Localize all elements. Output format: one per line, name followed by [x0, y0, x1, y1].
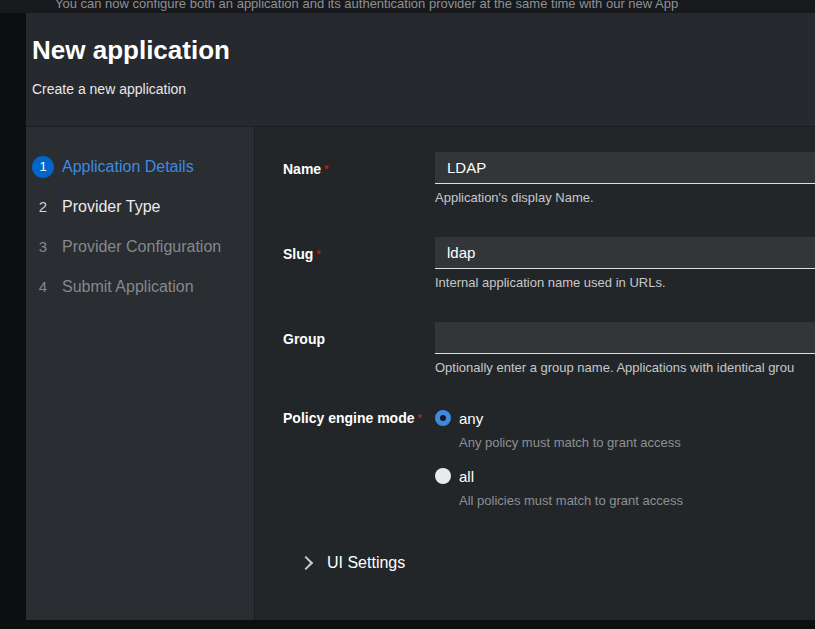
slug-input[interactable] [435, 237, 815, 269]
step-number-badge: 3 [32, 236, 54, 258]
group-field-row: Group Optionally enter a group name. App… [283, 322, 815, 376]
policy-engine-mode-label: Policy engine mode* [283, 407, 435, 427]
wizard-step-submit-application[interactable]: 4 Submit Application [26, 267, 254, 307]
wizard-step-provider-configuration[interactable]: 3 Provider Configuration [26, 227, 254, 267]
wizard-step-application-details[interactable]: 1 Application Details [26, 147, 254, 187]
wizard-step-provider-type[interactable]: 2 Provider Type [26, 187, 254, 227]
wizard-body: 1 Application Details 2 Provider Type 3 … [26, 127, 815, 620]
ui-settings-expander[interactable]: UI Settings [301, 551, 815, 575]
step-number-badge: 4 [32, 276, 54, 298]
name-field-row: Name* Application's display Name. [283, 152, 815, 206]
ui-settings-label: UI Settings [327, 554, 405, 572]
modal-header: New application Create a new application [26, 13, 815, 127]
policy-engine-mode-row: Policy engine mode* any Any policy must … [283, 407, 815, 523]
group-label: Group [283, 322, 435, 348]
wizard-nav: 1 Application Details 2 Provider Type 3 … [26, 127, 255, 620]
chevron-right-icon [299, 556, 313, 570]
name-label: Name* [283, 152, 435, 178]
step-label: Provider Type [62, 198, 160, 216]
new-application-modal: New application Create a new application… [26, 13, 815, 620]
radio-all[interactable] [435, 468, 451, 484]
group-input[interactable] [435, 322, 815, 354]
notification-banner: You can now configure both an applicatio… [0, 0, 815, 13]
name-input[interactable] [435, 152, 815, 184]
radio-all-label: all [459, 468, 474, 485]
step-label: Provider Configuration [62, 238, 221, 256]
slug-field-row: Slug* Internal application name used in … [283, 237, 815, 291]
step-label: Application Details [62, 158, 194, 176]
required-asterisk: * [324, 163, 328, 175]
radio-any[interactable] [435, 410, 451, 426]
policy-all-help-text: All policies must match to grant access [459, 493, 815, 509]
page-subtitle: Create a new application [32, 79, 815, 99]
slug-label: Slug* [283, 237, 435, 263]
policy-option-all[interactable]: all [435, 465, 815, 487]
application-details-form: Name* Application's display Name. Slug* … [255, 127, 815, 620]
step-label: Submit Application [62, 278, 194, 296]
policy-option-any[interactable]: any [435, 407, 815, 429]
banner-text: You can now configure both an applicatio… [0, 0, 815, 11]
required-asterisk: * [316, 248, 320, 260]
name-help-text: Application's display Name. [435, 190, 815, 206]
step-number-badge: 2 [32, 196, 54, 218]
page-title: New application [32, 33, 815, 67]
radio-any-label: any [459, 410, 483, 427]
group-help-text: Optionally enter a group name. Applicati… [435, 360, 815, 376]
slug-help-text: Internal application name used in URLs. [435, 275, 815, 291]
step-number-badge: 1 [32, 156, 54, 178]
required-asterisk: * [417, 412, 421, 424]
policy-any-help-text: Any policy must match to grant access [459, 435, 815, 451]
